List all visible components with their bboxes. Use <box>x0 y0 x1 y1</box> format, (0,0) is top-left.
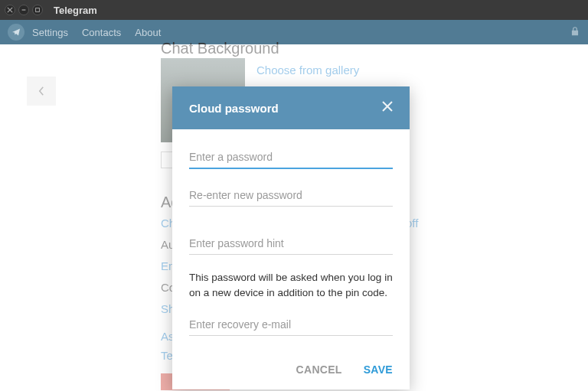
window-minimize-button[interactable] <box>18 5 29 15</box>
telegram-logo-icon <box>8 24 24 41</box>
password-help-text: This password will be asked when you log… <box>189 270 393 300</box>
window-title: Telegram <box>54 5 97 16</box>
svg-rect-0 <box>36 8 40 12</box>
close-icon[interactable] <box>382 101 393 115</box>
menu-settings[interactable]: Settings <box>32 27 68 38</box>
choose-from-gallery-link[interactable]: Choose from gallery <box>256 64 359 77</box>
menu-about[interactable]: About <box>135 27 161 38</box>
save-button[interactable]: SAVE <box>364 363 393 376</box>
menu-contacts[interactable]: Contacts <box>82 27 121 38</box>
dialog-header: Cloud password <box>172 86 410 129</box>
password-input[interactable] <box>189 146 393 169</box>
password-confirm-input[interactable] <box>189 184 393 207</box>
window-titlebar: Telegram <box>0 0 588 20</box>
cancel-button[interactable]: CANCEL <box>296 363 342 376</box>
password-hint-input[interactable] <box>189 233 393 255</box>
lock-icon[interactable] <box>570 26 580 39</box>
app-menubar: Settings Contacts About <box>0 20 588 44</box>
dialog-title: Cloud password <box>189 102 382 115</box>
window-maximize-button[interactable] <box>32 5 43 15</box>
back-button[interactable] <box>27 77 56 106</box>
recovery-email-input[interactable] <box>189 314 393 336</box>
chat-background-title: Chat Background <box>161 40 279 57</box>
window-close-button[interactable] <box>5 5 15 15</box>
cloud-password-dialog: Cloud password This password will be ask… <box>172 86 410 389</box>
